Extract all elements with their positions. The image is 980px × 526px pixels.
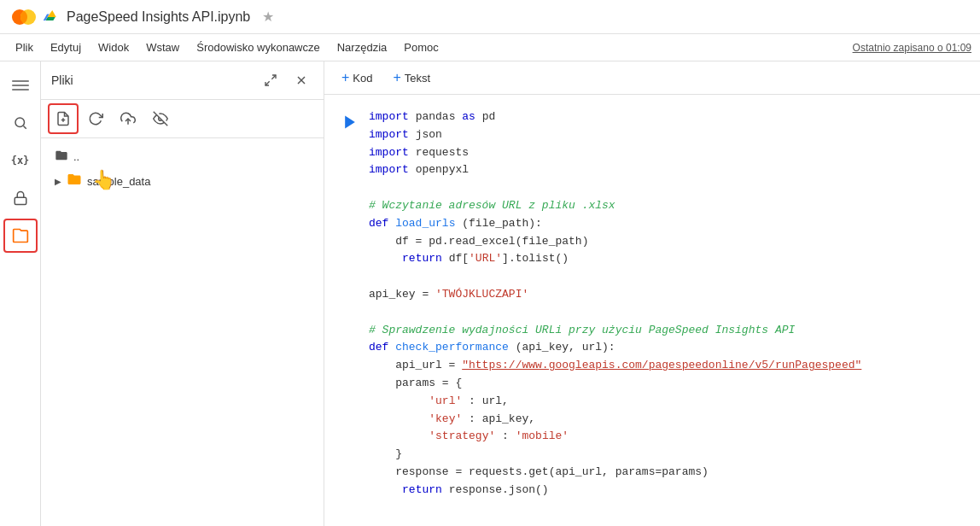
menu-bar: Plik Edytuj Widok Wstaw Środowisko wykon…: [0, 34, 980, 61]
code-def-load: def load_urls (file_path):: [369, 215, 966, 233]
parent-folder-label: ..: [73, 150, 79, 163]
sample-data-label: sample_data: [87, 175, 150, 188]
svg-line-9: [265, 81, 270, 85]
add-code-label: Kod: [353, 72, 372, 85]
code-strategy-param: 'strategy' : 'mobile': [369, 428, 966, 446]
menu-wstaw[interactable]: Wstaw: [139, 38, 186, 57]
svg-rect-4: [12, 89, 29, 91]
svg-rect-7: [15, 197, 26, 204]
code-return-df: return df['URL'].tolist(): [369, 250, 966, 268]
code-def-check: def check_performance (api_key, url):: [369, 339, 966, 357]
add-code-button[interactable]: + Kod: [335, 67, 379, 89]
secrets-icon[interactable]: [3, 181, 38, 215]
code-key-param: 'key' : api_key,: [369, 411, 966, 429]
tree-item-parent[interactable]: ..: [48, 145, 317, 168]
svg-point-5: [15, 118, 25, 127]
drive-icon: [43, 8, 58, 26]
code-comment-1: # Wczytanie adresów URL z pliku .xlsx: [369, 197, 966, 215]
menu-narzedzia[interactable]: Narzędzia: [330, 38, 394, 57]
svg-rect-3: [12, 85, 29, 86]
menu-edytuj[interactable]: Edytuj: [44, 38, 88, 57]
code-comment-2: # Sprawdzenie wydajności URLi przy użyci…: [369, 322, 966, 340]
colab-logo: [9, 2, 39, 32]
code-api-url: api_url = "https://www.googleapis.com/pa…: [369, 357, 966, 375]
parent-folder-icon: [55, 149, 68, 165]
search-icon[interactable]: [3, 106, 38, 140]
plus-icon: +: [341, 70, 349, 85]
svg-line-8: [271, 75, 276, 79]
code-response: response = requests.get(api_url, params=…: [369, 464, 966, 482]
code-url-param: 'url' : url,: [369, 393, 966, 411]
code-line-4: import openpyxl: [369, 161, 966, 179]
menu-pomoc[interactable]: Pomoc: [397, 38, 445, 57]
sidebar: Pliki 👆: [41, 61, 324, 526]
upload-button[interactable]: [113, 103, 143, 134]
code-cell: import pandas as pd import json import r…: [324, 95, 980, 526]
sidebar-title: Pliki: [51, 73, 252, 87]
tree-item-sample-data[interactable]: ▶ sample_data: [48, 168, 317, 194]
cell-container: import pandas as pd import json import r…: [324, 108, 980, 500]
star-icon[interactable]: ★: [262, 9, 274, 25]
refresh-button[interactable]: [80, 103, 111, 134]
sample-data-folder-icon: [67, 172, 82, 190]
menu-plik[interactable]: Plik: [9, 38, 40, 57]
file-tree: 👆 .. ▶ sample_data: [41, 138, 324, 526]
code-params-start: params = {: [369, 375, 966, 393]
svg-line-6: [23, 126, 26, 128]
sidebar-toolbar: [41, 100, 324, 138]
hide-button[interactable]: [145, 103, 176, 134]
svg-rect-2: [12, 80, 29, 82]
code-toolbar: + Kod + Tekst: [324, 61, 980, 95]
add-text-label: Tekst: [405, 72, 430, 85]
menu-widok[interactable]: Widok: [91, 38, 136, 57]
files-icon[interactable]: [3, 219, 38, 253]
last-saved[interactable]: Ostatnio zapisano o 01:09: [853, 42, 971, 54]
code-block[interactable]: import pandas as pd import json import r…: [369, 108, 966, 500]
icon-rail: {x}: [0, 61, 41, 526]
nav-menu-icon[interactable]: [3, 68, 38, 102]
run-button[interactable]: [338, 110, 362, 134]
new-file-button[interactable]: [48, 103, 79, 134]
code-area: + Kod + Tekst import pandas as: [324, 61, 980, 526]
code-api-key: api_key = 'TWÓJKLUCZAPI': [369, 286, 966, 304]
code-params-end: }: [369, 446, 966, 464]
code-return-json: return response.json(): [369, 482, 966, 500]
code-line-1: import pandas as pd: [369, 108, 966, 126]
expand-sidebar-icon[interactable]: [259, 68, 283, 92]
code-line-2: import json: [369, 126, 966, 144]
plus-icon2: +: [393, 70, 400, 85]
code-line-3: import requests: [369, 144, 966, 162]
main-layout: {x} Pliki: [0, 61, 980, 526]
close-sidebar-icon[interactable]: [289, 68, 313, 92]
chevron-right-icon: ▶: [55, 177, 61, 186]
svg-marker-16: [345, 116, 355, 129]
variables-icon[interactable]: {x}: [3, 143, 38, 178]
menu-srodowisko[interactable]: Środowisko wykonawcze: [190, 38, 327, 57]
add-text-button[interactable]: + Tekst: [386, 67, 437, 89]
notebook-title[interactable]: PageSpeed Insights API.ipynb: [67, 9, 250, 25]
code-df-assign: df = pd.read_excel(file_path): [369, 233, 966, 251]
sidebar-header: Pliki: [41, 61, 324, 100]
